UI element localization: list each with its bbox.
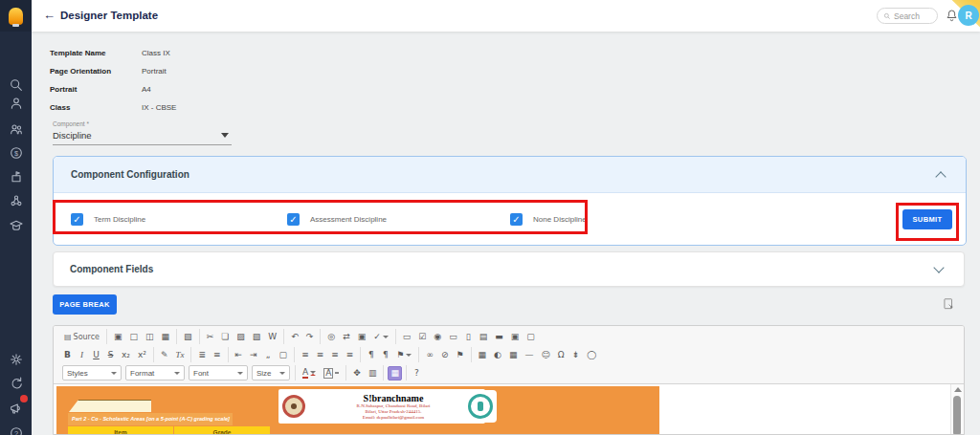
- toolbar-italic-button[interactable]: I: [76, 348, 88, 362]
- component-fields-panel[interactable]: Component Fields: [53, 251, 965, 287]
- sidebar-item-cluster[interactable]: [0, 189, 32, 212]
- toolbar-anchor-button[interactable]: ⚑: [453, 348, 466, 362]
- back-arrow-icon[interactable]: ←: [43, 8, 56, 22]
- template-script-icon[interactable]: [942, 296, 955, 315]
- toolbar-bulleted-list-button[interactable]: ≡: [211, 348, 224, 362]
- scrollbar-thumb[interactable]: [953, 396, 961, 435]
- toolbar-unlink-button[interactable]: ⊘: [438, 348, 452, 362]
- toolbar-spell-check-button[interactable]: ✓: [370, 330, 391, 344]
- toolbar-cut-button[interactable]: ✂: [204, 330, 217, 344]
- checkbox-icon[interactable]: ✓: [287, 213, 300, 226]
- toolbar-print-button[interactable]: ▦: [159, 330, 173, 344]
- toolbar-create-div-button[interactable]: ▢: [277, 348, 291, 362]
- checkbox-icon[interactable]: ✓: [71, 213, 83, 226]
- sidebar-item-settings[interactable]: [0, 348, 32, 371]
- toolbar-justify-left-button[interactable]: ≡: [299, 348, 312, 362]
- global-search-button[interactable]: Search: [877, 8, 938, 24]
- toolbar-font-select[interactable]: Font: [189, 365, 248, 381]
- sidebar-item-announcement[interactable]: [0, 397, 32, 420]
- toolbar-find-button[interactable]: ◎: [324, 330, 338, 344]
- toolbar-language-button[interactable]: ⚑: [393, 348, 414, 362]
- toolbar-text-field-button[interactable]: ▭: [446, 330, 460, 344]
- toolbar-indent-button[interactable]: ⇥: [247, 348, 260, 362]
- toolbar-replace-button[interactable]: ⇄: [340, 330, 353, 344]
- toolbar-paste-word-button[interactable]: W: [265, 330, 279, 344]
- toolbar-undo-button[interactable]: ↶: [288, 330, 301, 344]
- chevron-down-icon[interactable]: [933, 262, 944, 272]
- toolbar-format-select[interactable]: Format: [125, 365, 185, 381]
- toolbar-templates-button[interactable]: ▧: [181, 330, 195, 344]
- editor-scrollbar[interactable]: [950, 384, 964, 435]
- checkbox-term-discipline[interactable]: ✓Term Discipline: [71, 213, 145, 226]
- editor-content[interactable]: Part 2 - Co - Scholastic Areas [on a 5-p…: [54, 384, 964, 435]
- sidebar-item-institution[interactable]: [0, 165, 32, 188]
- toolbar-image-button[interactable]: ▦: [476, 348, 490, 362]
- sidebar-item-student[interactable]: [0, 92, 32, 115]
- toolbar-bidi-rtl-button[interactable]: ¶: [379, 348, 391, 362]
- notifications-bell-icon[interactable]: [945, 8, 959, 27]
- toolbar-show-blocks-button[interactable]: ▥: [366, 366, 380, 381]
- toolbar-copy-formatting-button[interactable]: ✎: [158, 348, 171, 362]
- toolbar-text-color-button[interactable]: A: [300, 366, 319, 381]
- toolbar-paste-text-button[interactable]: ▧: [250, 330, 264, 344]
- toolbar-radio-button[interactable]: ◉: [431, 330, 444, 344]
- toolbar-justify-center-button[interactable]: ≡: [314, 348, 327, 362]
- toolbar-button-button[interactable]: ▬: [492, 330, 506, 344]
- toolbar-justify-right-button[interactable]: ≡: [328, 348, 342, 362]
- checkbox-none-discipline[interactable]: ✓None Discipline: [510, 213, 587, 226]
- toolbar-justify-block-button[interactable]: ≡: [344, 348, 357, 362]
- toolbar-save-button[interactable]: ▣: [111, 330, 125, 344]
- sidebar-item-sync[interactable]: [0, 372, 32, 395]
- toolbar-background-color-button[interactable]: A: [321, 366, 342, 381]
- app-logo[interactable]: [0, 0, 32, 32]
- sidebar-item-academics[interactable]: [0, 214, 32, 237]
- user-avatar[interactable]: R: [958, 5, 979, 26]
- toolbar-table-borders-button[interactable]: ▦: [388, 366, 402, 381]
- toolbar-link-button[interactable]: ∞: [423, 348, 436, 362]
- toolbar-bidi-ltr-button[interactable]: ¶: [365, 348, 377, 362]
- chevron-up-icon[interactable]: [935, 171, 946, 182]
- page-break-button[interactable]: PAGE BREAK: [53, 294, 117, 315]
- sidebar-item-finance[interactable]: $: [0, 141, 32, 164]
- toolbar-flash-button[interactable]: ◐: [491, 348, 504, 362]
- toolbar-redo-button[interactable]: ↷: [303, 330, 317, 344]
- toolbar-checkbox-button[interactable]: ☑: [415, 330, 429, 344]
- toolbar-horizontal-rule-button[interactable]: —: [522, 348, 536, 362]
- toolbar-preview-button[interactable]: ◫: [143, 330, 157, 344]
- component-select[interactable]: Component * Discipline: [53, 120, 232, 145]
- toolbar-maximize-button[interactable]: ✥: [350, 366, 364, 381]
- checkbox-assessment-discipline[interactable]: ✓Assessment Discipline: [287, 213, 387, 226]
- toolbar-image-button-button[interactable]: ▣: [508, 330, 523, 344]
- sidebar-item-help[interactable]: ?: [0, 422, 32, 435]
- toolbar-superscript-button[interactable]: x²: [135, 348, 149, 362]
- toolbar-remove-format-button[interactable]: Tx: [172, 348, 187, 362]
- toolbar-source-button[interactable]: ▤Source: [61, 330, 102, 344]
- toolbar-textarea-button[interactable]: ▯: [462, 330, 475, 344]
- toolbar-bold-button[interactable]: B: [61, 348, 74, 362]
- submit-button[interactable]: SUBMIT: [902, 209, 952, 229]
- toolbar-copy-button[interactable]: ❏: [218, 330, 232, 344]
- toolbar-page-break-insert-button[interactable]: ⇟: [569, 348, 583, 362]
- toolbar-form-button[interactable]: ▭: [400, 330, 414, 344]
- toolbar-table-button[interactable]: ▦: [506, 348, 521, 362]
- toolbar-special-char-button[interactable]: Ω: [555, 348, 568, 362]
- toolbar-numbered-list-button[interactable]: ≣: [195, 348, 209, 362]
- toolbar-size-select[interactable]: Size: [252, 365, 290, 381]
- toolbar-subscript-button[interactable]: x₂: [119, 348, 133, 362]
- toolbar-styles-select[interactable]: Styles: [62, 365, 122, 381]
- sidebar-item-people[interactable]: [0, 118, 32, 141]
- checkbox-icon[interactable]: ✓: [510, 213, 523, 226]
- toolbar-strike-button[interactable]: S: [104, 348, 117, 362]
- scroll-up-arrow-icon[interactable]: [954, 387, 962, 392]
- toolbar-underline-button[interactable]: U: [90, 348, 102, 362]
- toolbar-outdent-button[interactable]: ⇤: [233, 348, 246, 362]
- toolbar-blockquote-button[interactable]: „: [262, 348, 275, 362]
- toolbar-about-button[interactable]: ?: [411, 366, 423, 381]
- toolbar-hidden-field-button[interactable]: ▢: [523, 330, 538, 344]
- component-configuration-header[interactable]: Component Configuration: [54, 157, 966, 193]
- toolbar-paste-button[interactable]: ▨: [234, 330, 248, 344]
- toolbar-select-all-button[interactable]: ▣: [355, 330, 369, 344]
- toolbar-select-field-button[interactable]: ▤: [477, 330, 491, 344]
- toolbar-smiley-button[interactable]: ☺: [538, 348, 552, 362]
- toolbar-new-page-button[interactable]: □: [127, 330, 142, 344]
